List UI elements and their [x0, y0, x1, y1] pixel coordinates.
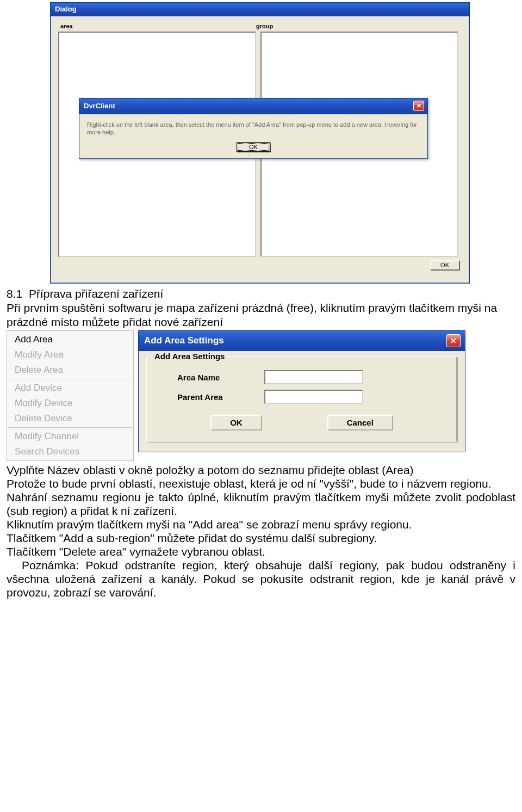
- area-name-input[interactable]: [264, 370, 363, 384]
- section-number: 8.1: [7, 287, 22, 300]
- dvrclient-title: DvrClient: [84, 102, 115, 110]
- add-area-ok-button[interactable]: OK: [210, 415, 262, 430]
- add-area-settings-title: Add Area Settings: [144, 335, 224, 346]
- menu-modify-area[interactable]: Modify Area: [7, 347, 133, 362]
- body-p3: Protože to bude první oblastí, neexistuj…: [7, 477, 515, 490]
- close-icon[interactable]: ✕: [413, 101, 424, 111]
- menu-modify-device[interactable]: Modify Device: [7, 396, 133, 411]
- add-area-cancel-button[interactable]: Cancel: [327, 415, 393, 430]
- body-p7: Tlačítkem "Delete area" vymažete vybrano…: [7, 545, 515, 558]
- menu-search-devices[interactable]: Search Devices: [7, 444, 133, 459]
- dvrclient-message: Right-click on the left blank area, then…: [87, 121, 420, 136]
- parent-area-label: Parent Area: [177, 392, 264, 402]
- dvrclient-ok-button[interactable]: OK: [237, 142, 270, 152]
- group-label: Add Area Settings: [152, 352, 227, 361]
- menu-separator: [8, 427, 132, 428]
- dvrclient-popup: DvrClient ✕ Right-click on the left blan…: [79, 98, 428, 159]
- parent-area-input[interactable]: [264, 390, 363, 404]
- menu-delete-device[interactable]: Delete Device: [7, 411, 133, 426]
- dialog-title: Dialog: [55, 5, 77, 13]
- menu-add-device[interactable]: Add Device: [7, 380, 133, 396]
- body-p4: Nahrání seznamu regionu je takto úplné, …: [7, 490, 515, 518]
- area-name-label: Area Name: [177, 373, 264, 382]
- close-icon[interactable]: ✕: [446, 334, 461, 347]
- section-p1: Při prvním spuštění softwaru je mapa zař…: [7, 302, 497, 328]
- dialog-window: Dialog area group OK DvrClient ✕ R: [50, 2, 470, 284]
- group-label: group: [256, 23, 452, 29]
- area-label: area: [60, 23, 256, 29]
- menu-add-area[interactable]: Add Area: [7, 332, 133, 347]
- menu-delete-area[interactable]: Delete Area: [7, 362, 133, 378]
- context-menu: Add Area Modify Area Delete Area Add Dev…: [7, 330, 134, 461]
- menu-separator: [8, 379, 132, 379]
- section-heading: Příprava přiřazení zařízení: [29, 287, 163, 300]
- body-p8: Poznámka: Pokud odstraníte region, který…: [7, 558, 515, 599]
- body-p2: Vyplňte Název oblasti v okně položky a p…: [7, 463, 515, 477]
- body-p5: Kliknutím pravým tlačítkem myši na "Add …: [7, 518, 515, 531]
- dialog-ok-button[interactable]: OK: [430, 260, 459, 270]
- add-area-settings-window: Add Area Settings ✕ Add Area Settings Ar…: [138, 330, 465, 452]
- add-area-settings-group: Add Area Settings Area Name Parent Area …: [146, 356, 457, 442]
- add-area-settings-titlebar[interactable]: Add Area Settings ✕: [139, 331, 465, 351]
- dialog-titlebar[interactable]: Dialog: [51, 3, 469, 16]
- menu-modify-channel[interactable]: Modify Channel: [7, 429, 133, 444]
- dvrclient-titlebar[interactable]: DvrClient ✕: [79, 99, 427, 114]
- body-p6: Tlačítkem "Add a sub-region" můžete přid…: [7, 531, 515, 545]
